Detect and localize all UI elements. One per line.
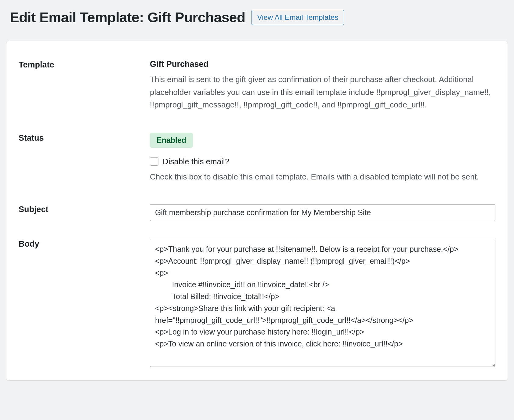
subject-input[interactable] xyxy=(150,204,495,221)
template-label: Template xyxy=(19,60,150,70)
template-field: Gift Purchased This email is sent to the… xyxy=(150,60,495,111)
page-title: Edit Email Template: Gift Purchased xyxy=(10,9,245,26)
disable-email-label: Disable this email? xyxy=(163,157,229,166)
body-row: Body <p>Thank you for your purchase at !… xyxy=(19,239,495,368)
status-badge: Enabled xyxy=(150,133,193,148)
disable-checkbox-row: Disable this email? xyxy=(150,157,495,166)
disable-email-checkbox[interactable] xyxy=(150,157,158,166)
status-row: Status Enabled Disable this email? Check… xyxy=(19,133,495,183)
body-label: Body xyxy=(19,239,150,249)
template-row: Template Gift Purchased This email is se… xyxy=(19,60,495,111)
body-textarea[interactable]: <p>Thank you for your purchase at !!site… xyxy=(150,239,495,367)
body-field: <p>Thank you for your purchase at !!site… xyxy=(150,239,495,368)
subject-row: Subject xyxy=(19,204,495,221)
view-all-templates-link[interactable]: View All Email Templates xyxy=(252,10,344,25)
subject-label: Subject xyxy=(19,204,150,214)
status-field: Enabled Disable this email? Check this b… xyxy=(150,133,495,183)
settings-card: Template Gift Purchased This email is se… xyxy=(6,41,508,381)
page-header: Edit Email Template: Gift Purchased View… xyxy=(6,9,508,26)
template-description: This email is sent to the gift giver as … xyxy=(150,73,495,111)
status-help-text: Check this box to disable this email tem… xyxy=(150,171,495,183)
template-name: Gift Purchased xyxy=(150,60,495,69)
status-label: Status xyxy=(19,133,150,143)
subject-field xyxy=(150,204,495,221)
